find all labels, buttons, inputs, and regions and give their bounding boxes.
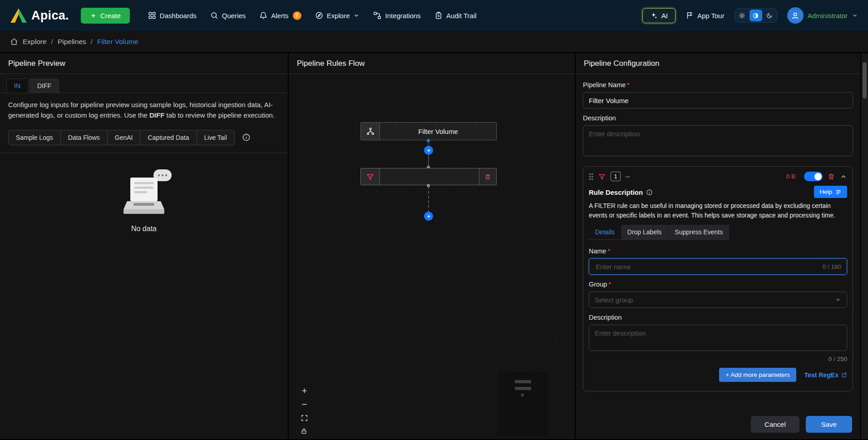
config-footer: Cancel Save <box>576 410 860 439</box>
genai-button[interactable]: GenAI <box>107 130 141 145</box>
pipeline-description-label: Description <box>583 114 853 122</box>
tab-suppress-events[interactable]: Suppress Events <box>668 225 730 239</box>
lock-button[interactable] <box>301 428 308 435</box>
fit-view-button[interactable] <box>301 414 308 422</box>
rule-description-title: Rule Description <box>589 186 653 196</box>
pipeline-configuration-panel: Pipeline Configuration Pipeline Name* De… <box>576 53 860 439</box>
connection-handle[interactable] <box>427 139 430 142</box>
captured-data-button[interactable]: Captured Data <box>140 130 197 145</box>
avatar <box>787 7 804 24</box>
config-title: Pipeline Configuration <box>584 59 659 68</box>
tab-in[interactable]: IN <box>6 79 28 93</box>
rule-description-title-text: Rule Description <box>589 188 643 196</box>
nav-queries[interactable]: Queries <box>210 11 246 20</box>
dark-theme-button[interactable] <box>763 10 776 21</box>
drag-handle-icon[interactable] <box>589 173 593 180</box>
breadcrumb-pipelines[interactable]: Pipelines <box>58 38 86 46</box>
rule-size-label: 0 B <box>786 173 795 180</box>
connection-handle[interactable] <box>427 184 430 187</box>
nav-explore[interactable]: Explore <box>315 11 360 20</box>
nav-audit-trail[interactable]: Audit Trail <box>434 11 477 20</box>
live-tail-button[interactable]: Live Tail <box>197 130 235 145</box>
user-icon <box>791 11 799 20</box>
add-rule-button[interactable] <box>424 212 433 221</box>
plus-icon <box>90 12 97 19</box>
pipeline-name-input[interactable] <box>583 92 853 109</box>
rule-description-textarea[interactable] <box>589 325 847 351</box>
auto-theme-button[interactable] <box>750 10 762 21</box>
external-link-icon <box>841 372 847 378</box>
no-data-label: No data <box>131 225 157 233</box>
save-button[interactable]: Save <box>806 416 852 433</box>
pipeline-node[interactable]: Filter Volume <box>360 122 497 140</box>
rule-actions-row: + Add more parameters Test RegEx <box>589 368 847 382</box>
breadcrumb-explore[interactable]: Explore <box>23 38 47 46</box>
config-body: Pipeline Name* Description 1 -- 0 B <box>576 74 860 410</box>
filter-icon <box>598 173 606 180</box>
collapse-rule-button[interactable] <box>840 173 847 180</box>
theme-toggle <box>735 8 777 23</box>
data-flows-button[interactable]: Data Flows <box>60 130 108 145</box>
info-icon[interactable] <box>646 189 653 196</box>
ai-button[interactable]: AI <box>642 8 676 23</box>
integrations-icon <box>373 11 381 20</box>
top-navbar: Apica. Create Dashboards Queries Alerts … <box>0 0 868 31</box>
trash-icon[interactable] <box>479 168 496 185</box>
config-header: Pipeline Configuration <box>576 53 860 74</box>
rule-card-body: Rule Description Help A FILTER rule can … <box>583 184 853 391</box>
empty-state: No data <box>0 168 288 233</box>
app-tour-button[interactable]: App Tour <box>686 11 725 20</box>
sun-icon <box>739 12 745 19</box>
help-button[interactable]: Help <box>814 186 847 198</box>
tab-drop-labels[interactable]: Drop Labels <box>621 225 669 239</box>
required-marker: * <box>608 281 611 288</box>
zoom-in-button[interactable] <box>301 387 308 395</box>
nav-alerts[interactable]: Alerts 8 <box>259 11 301 20</box>
brand-name: Apica. <box>31 9 69 23</box>
breadcrumb-separator: / <box>91 38 93 46</box>
sample-logs-button[interactable]: Sample Logs <box>8 130 61 145</box>
zoom-out-button[interactable] <box>301 400 308 408</box>
auto-theme-icon <box>752 12 759 19</box>
preview-description-post: tab to review the pipeline execution. <box>164 111 275 119</box>
nav-dashboards[interactable]: Dashboards <box>148 11 197 20</box>
rule-tabs: Details Drop Labels Suppress Events <box>589 225 730 240</box>
rule-name-label-text: Name <box>589 247 607 255</box>
test-regex-link[interactable]: Test RegEx <box>804 371 847 379</box>
flow-canvas[interactable]: Filter Volume <box>289 74 575 439</box>
rule-group-select[interactable]: Select group <box>589 292 847 308</box>
tab-details[interactable]: Details <box>589 225 621 239</box>
add-more-parameters-button[interactable]: + Add more parameters <box>719 368 796 382</box>
nav-integrations[interactable]: Integrations <box>373 11 420 20</box>
preview-description: Configure log inputs for pipeline previe… <box>0 93 288 126</box>
home-icon[interactable] <box>10 38 18 46</box>
create-button[interactable]: Create <box>81 8 130 24</box>
apica-logo-icon <box>10 8 27 23</box>
tab-diff[interactable]: DIFF <box>30 79 59 93</box>
user-menu[interactable]: Administrator <box>787 7 858 24</box>
user-name: Administrator <box>808 12 848 20</box>
moon-icon <box>766 12 773 19</box>
filter-rule-node[interactable] <box>360 168 497 185</box>
preview-header: Pipeline Preview <box>0 53 288 74</box>
app-tour-label: App Tour <box>697 12 725 20</box>
edge-line-dashed <box>428 186 429 213</box>
info-icon[interactable] <box>242 133 251 142</box>
rule-enabled-toggle[interactable] <box>804 172 823 181</box>
trash-icon[interactable] <box>828 173 835 180</box>
apica-logo[interactable]: Apica. <box>10 8 69 23</box>
minimap-node <box>521 394 524 396</box>
minimap[interactable] <box>498 372 548 436</box>
add-rule-button[interactable] <box>424 146 433 155</box>
rule-group-placeholder: Select group <box>595 296 633 304</box>
rule-name-input[interactable] <box>595 262 823 271</box>
page-scrollbar[interactable] <box>861 53 868 439</box>
pipeline-node-label: Filter Volume <box>380 123 496 140</box>
scrollbar-thumb[interactable] <box>863 62 867 99</box>
chevron-down-icon <box>835 297 841 303</box>
filter-rule-node-body <box>380 168 479 185</box>
light-theme-button[interactable] <box>736 10 749 21</box>
pipeline-description-textarea[interactable] <box>583 125 853 156</box>
rule-description-counter: 0 / 250 <box>589 356 847 362</box>
cancel-button[interactable]: Cancel <box>751 416 799 433</box>
